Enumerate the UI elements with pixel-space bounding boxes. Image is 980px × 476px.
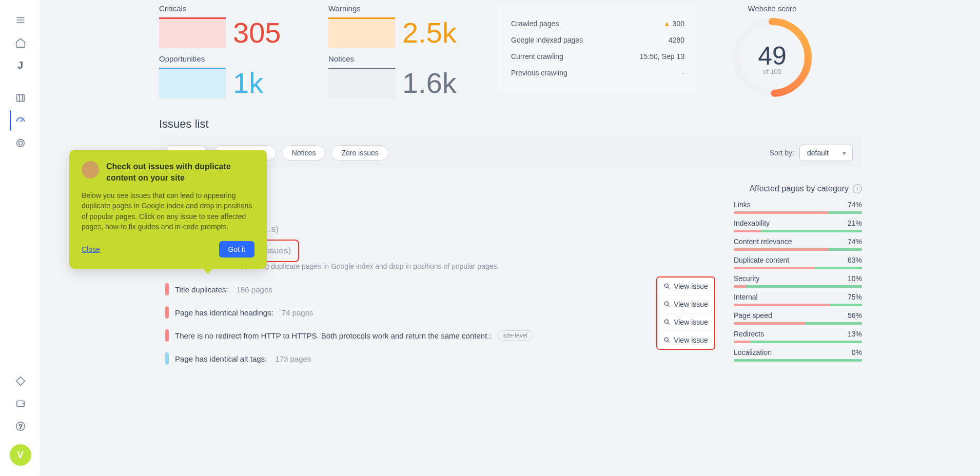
view-issue-button[interactable]: View issue xyxy=(657,313,714,331)
metric-label: Warnings xyxy=(328,4,482,13)
speed-icon[interactable] xyxy=(10,110,31,131)
view-issue-button[interactable]: View issue xyxy=(657,277,714,295)
columns-icon[interactable] xyxy=(10,87,31,109)
info-label: Crawled pages xyxy=(511,19,559,28)
target-icon[interactable] xyxy=(10,132,31,154)
info-label: Google indexed pages xyxy=(511,36,583,44)
crawl-info: Crawled pages▲300 Google indexed pages42… xyxy=(498,4,698,92)
help-icon[interactable]: ? xyxy=(10,415,31,437)
category-name: Security xyxy=(734,274,760,283)
metric-notices[interactable]: Notices 1.6k xyxy=(328,54,482,98)
category-bar xyxy=(734,341,862,343)
affected-title: Affected pages by category xyxy=(749,184,849,193)
info-value: 4280 xyxy=(669,36,684,44)
wallet-icon[interactable] xyxy=(10,393,31,414)
issue-title: Page has identical alt tags: xyxy=(175,354,267,363)
svg-point-8 xyxy=(664,284,668,287)
category-name: Duplicate content xyxy=(734,256,789,264)
severity-marker xyxy=(165,306,169,319)
letter-j-icon[interactable]: J xyxy=(10,54,31,76)
category-row[interactable]: Security10% xyxy=(734,274,862,283)
metric-value: 2.5k xyxy=(402,18,457,47)
category-row[interactable]: Content relevance74% xyxy=(734,237,862,246)
score-of: of 100 xyxy=(763,68,781,75)
sort-select[interactable]: default xyxy=(799,145,853,161)
category-bar xyxy=(734,322,862,325)
category-row[interactable]: Links74% xyxy=(734,201,862,209)
category-row[interactable]: Indexability21% xyxy=(734,219,862,227)
category-row[interactable]: Localization0% xyxy=(734,348,862,356)
metric-label: Notices xyxy=(328,54,482,63)
home-icon[interactable] xyxy=(10,32,31,53)
category-bar xyxy=(734,267,862,269)
metric-opportunities[interactable]: Opportunities 1k xyxy=(159,54,313,98)
issue-row[interactable]: Page has identical alt tags:173 pages xyxy=(159,347,715,370)
category-name: Page speed xyxy=(734,311,772,320)
website-score: Website score 49 of 100 xyxy=(713,4,831,101)
score-label: Website score xyxy=(713,4,831,13)
issue-pages: 74 pages xyxy=(282,308,313,317)
category-bar xyxy=(734,248,862,251)
popup-close-button[interactable]: Close xyxy=(82,245,100,253)
category-percent: 10% xyxy=(848,274,862,283)
filter-zero-issues[interactable]: Zero issues xyxy=(331,145,388,161)
issue-row[interactable]: There is no redirect from HTTP to HTTPS.… xyxy=(159,324,715,347)
category-row[interactable]: Internal75% xyxy=(734,293,862,301)
info-label: Previous crawling xyxy=(511,69,567,77)
search-icon xyxy=(663,319,671,326)
bar-icon xyxy=(328,17,395,48)
site-level-tag: site-level xyxy=(498,330,533,341)
category-name: Redirects xyxy=(734,330,764,338)
info-label: Current crawling xyxy=(511,52,563,61)
bar-icon xyxy=(159,68,226,98)
popup-arrow-icon xyxy=(203,268,213,274)
metric-warnings[interactable]: Warnings 2.5k xyxy=(328,4,482,48)
category-percent: 63% xyxy=(848,256,862,264)
info-value: 15:50, Sep 13 xyxy=(640,52,684,61)
popup-text: Below you see issues that can lead to ap… xyxy=(82,190,254,232)
menu-icon[interactable] xyxy=(10,9,31,31)
metric-label: Opportunities xyxy=(159,54,313,63)
svg-point-11 xyxy=(664,338,668,341)
view-issue-column: View issueView issueView issueView issue xyxy=(656,276,715,350)
onboarding-popup: Check out issues with duplicate content … xyxy=(69,150,267,269)
category-row[interactable]: Redirects13% xyxy=(734,330,862,338)
sort-label: Sort by: xyxy=(770,149,794,157)
category-name: Localization xyxy=(734,348,772,356)
bar-icon xyxy=(328,68,395,98)
category-row[interactable]: Duplicate content63% xyxy=(734,256,862,264)
issue-row[interactable]: Page has identical headings:74 pages xyxy=(159,301,715,324)
severity-marker xyxy=(165,329,169,342)
category-row[interactable]: Page speed56% xyxy=(734,311,862,320)
category-bar xyxy=(734,285,862,288)
svg-point-10 xyxy=(664,320,668,323)
category-percent: 75% xyxy=(848,293,862,301)
search-icon xyxy=(663,283,671,290)
category-bar xyxy=(734,304,862,306)
affected-categories: Affected pages by categoryi Links74%Inde… xyxy=(734,173,862,370)
filter-notices[interactable]: Notices xyxy=(282,145,326,161)
category-name: Internal xyxy=(734,293,758,301)
info-icon[interactable]: i xyxy=(853,184,862,193)
bar-icon xyxy=(159,17,226,48)
svg-point-9 xyxy=(664,302,668,305)
category-percent: 74% xyxy=(848,201,862,209)
category-percent: 0% xyxy=(852,348,862,356)
popup-gotit-button[interactable]: Got it xyxy=(219,241,254,257)
avatar[interactable]: V xyxy=(10,444,31,466)
metric-label: Criticals xyxy=(159,4,313,13)
diamond-icon[interactable] xyxy=(10,370,31,392)
issue-title: Title duplicates: xyxy=(175,285,228,294)
popup-avatar xyxy=(82,161,99,179)
metric-criticals[interactable]: Criticals 305 xyxy=(159,4,313,48)
metric-value: 1k xyxy=(233,69,263,97)
score-value: 49 xyxy=(758,41,787,71)
issue-row[interactable]: Title duplicates:186 pages xyxy=(159,277,715,301)
warning-icon: ▲ xyxy=(663,19,671,28)
svg-text:?: ? xyxy=(18,423,22,430)
view-issue-button[interactable]: View issue xyxy=(657,331,714,349)
category-percent: 56% xyxy=(848,311,862,320)
view-issue-button[interactable]: View issue xyxy=(657,295,714,313)
search-icon xyxy=(663,336,671,344)
category-percent: 13% xyxy=(848,330,862,338)
